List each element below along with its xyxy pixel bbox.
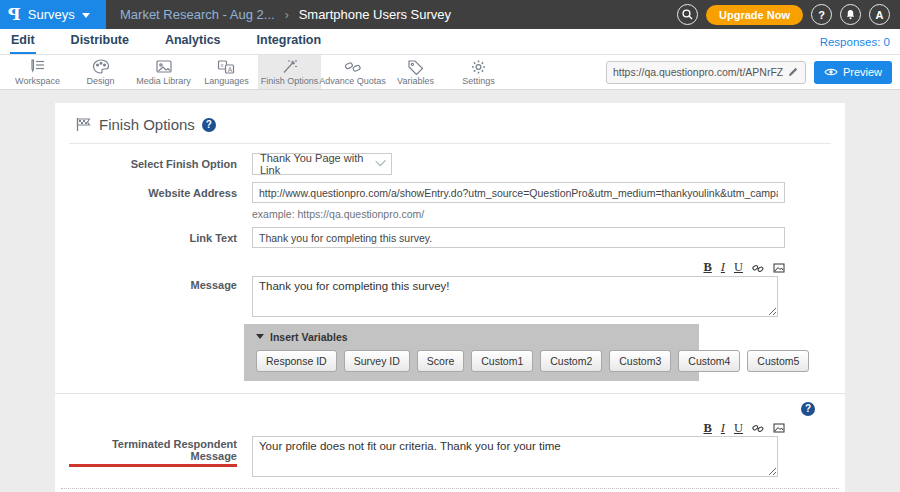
message-label: Message xyxy=(69,255,237,381)
help-button[interactable]: ? xyxy=(811,4,832,25)
survey-url-text: https://qa.questionpro.com/t/APNrFZgQ xyxy=(613,66,783,78)
workspace-icon xyxy=(28,59,47,75)
toolbar-item-workspace[interactable]: Workspace xyxy=(6,55,69,89)
avatar-initial: A xyxy=(876,9,884,21)
toolbar-item-advance-quotas[interactable]: Advance Quotas xyxy=(321,55,384,89)
top-bar: P Surveys Market Research - Aug 2... › S… xyxy=(0,0,900,29)
var-response-id-button[interactable]: Response ID xyxy=(256,350,337,372)
languages-icon: xA xyxy=(217,59,236,75)
card-header: Finish Options ? xyxy=(69,103,831,144)
upgrade-now-button[interactable]: Upgrade Now xyxy=(706,5,803,25)
surveys-menu[interactable]: P Surveys xyxy=(0,0,106,29)
form-row-link-text: Link Text xyxy=(69,227,831,248)
survey-nav: Edit Distribute Analytics Integration Re… xyxy=(0,29,900,55)
finish-options-form: Select Finish Option Thank You Page with… xyxy=(69,144,831,492)
questionpro-logo-icon: P xyxy=(8,6,21,23)
var-custom4-button[interactable]: Custom4 xyxy=(678,350,740,372)
caret-down-icon xyxy=(82,13,90,18)
breadcrumb-survey-name: Smartphone Users Survey xyxy=(299,7,451,22)
insert-variables-title: Insert Variables xyxy=(270,331,348,343)
search-icon xyxy=(682,9,693,20)
preview-button[interactable]: Preview xyxy=(814,61,892,84)
toolbar-item-settings[interactable]: Settings xyxy=(447,55,510,89)
finish-flag-icon xyxy=(75,117,92,132)
svg-text:A: A xyxy=(228,65,233,72)
finish-option-label: Select Finish Option xyxy=(69,153,237,175)
tab-distribute[interactable]: Distribute xyxy=(70,29,130,54)
terminated-message-label: Terminated Respondent Message xyxy=(69,416,237,481)
insert-variables-toggle[interactable]: Insert Variables xyxy=(256,331,687,343)
breadcrumb: Market Research - Aug 2... › Smartphone … xyxy=(106,0,677,29)
finish-options-icon xyxy=(281,59,299,75)
terminated-help-icon[interactable]: ? xyxy=(801,402,815,416)
terminated-help-row: ? xyxy=(69,394,831,416)
link-text-input[interactable] xyxy=(252,227,785,248)
website-address-hint: example: https://qa.questionpro.com/ xyxy=(252,208,831,220)
var-score-button[interactable]: Score xyxy=(417,350,464,372)
message-editor-toolbar: B I U xyxy=(252,261,785,274)
form-row-terminated-message: Terminated Respondent Message B I U Your… xyxy=(69,416,831,481)
var-custom2-button[interactable]: Custom2 xyxy=(540,350,602,372)
finish-option-select[interactable]: Thank You Page with Link xyxy=(252,153,392,175)
toolbar-item-variables[interactable]: Variables xyxy=(384,55,447,89)
svg-text:x: x xyxy=(221,62,224,68)
message-textarea[interactable]: Thank you for completing this survey! xyxy=(252,276,778,317)
website-address-label: Website Address xyxy=(69,182,237,220)
top-actions: Upgrade Now ? A xyxy=(677,0,900,29)
tab-integration[interactable]: Integration xyxy=(256,29,323,54)
collapse-triangle-icon xyxy=(256,334,264,339)
link-text-label: Link Text xyxy=(69,227,237,248)
form-row-website-address: Website Address example: https://qa.ques… xyxy=(69,182,831,220)
toolbar-item-finish-options[interactable]: Finish Options xyxy=(258,55,321,89)
page-content: Finish Options ? Select Finish Option Th… xyxy=(0,90,900,492)
underline-button[interactable]: U xyxy=(734,261,743,274)
responses-count[interactable]: Responses: 0 xyxy=(820,36,890,48)
terminated-message-textarea[interactable]: Your profile does not fit our criteria. … xyxy=(252,436,778,477)
notifications-button[interactable] xyxy=(840,4,861,25)
italic-button-2[interactable]: I xyxy=(721,422,725,435)
form-row-message: Message B I U Thank you for completing t… xyxy=(69,255,831,381)
insert-variables-buttons: Response ID Survey ID Score Custom1 Cust… xyxy=(256,350,687,372)
link-button-2[interactable] xyxy=(752,422,764,434)
bold-button-2[interactable]: B xyxy=(703,422,711,435)
advance-quotas-icon xyxy=(344,59,362,75)
italic-button[interactable]: I xyxy=(721,261,725,274)
finish-options-help-icon[interactable]: ? xyxy=(202,118,216,132)
insert-variables-panel: Insert Variables Response ID Survey ID S… xyxy=(244,324,699,381)
toolbar-item-languages[interactable]: xA Languages xyxy=(195,55,258,89)
toolbar-item-media-library[interactable]: Media Library xyxy=(132,55,195,89)
toolbar-item-design[interactable]: Design xyxy=(69,55,132,89)
surveys-menu-label: Surveys xyxy=(28,7,75,22)
bold-button[interactable]: B xyxy=(703,261,711,274)
breadcrumb-folder[interactable]: Market Research - Aug 2... xyxy=(120,7,275,22)
image-button-2[interactable] xyxy=(773,422,785,434)
finish-options-card: Finish Options ? Select Finish Option Th… xyxy=(55,103,845,492)
preview-label: Preview xyxy=(843,66,882,78)
var-custom1-button[interactable]: Custom1 xyxy=(471,350,533,372)
survey-url-field[interactable]: https://qa.questionpro.com/t/APNrFZgQ xyxy=(606,61,806,84)
tab-edit[interactable]: Edit xyxy=(10,29,36,54)
underline-button-2[interactable]: U xyxy=(734,422,743,435)
edit-toolbar: Workspace Design Media Library xA Langua… xyxy=(0,55,900,90)
media-library-icon xyxy=(155,59,173,75)
image-button[interactable] xyxy=(773,262,785,274)
variables-icon xyxy=(407,59,425,75)
search-button[interactable] xyxy=(677,4,698,25)
var-custom5-button[interactable]: Custom5 xyxy=(747,350,809,372)
bell-icon xyxy=(845,9,856,20)
page-title: Finish Options xyxy=(99,116,195,133)
question-icon: ? xyxy=(818,9,825,21)
website-address-input[interactable] xyxy=(252,182,785,203)
var-custom3-button[interactable]: Custom3 xyxy=(609,350,671,372)
link-button[interactable] xyxy=(752,262,764,274)
breadcrumb-separator: › xyxy=(285,8,289,22)
account-avatar[interactable]: A xyxy=(869,4,890,25)
edit-url-pencil-icon[interactable] xyxy=(787,66,799,78)
eye-icon xyxy=(824,67,838,77)
design-icon xyxy=(92,59,110,75)
terminated-editor-toolbar: B I U xyxy=(252,422,785,435)
tab-analytics[interactable]: Analytics xyxy=(164,29,222,54)
finish-option-selected-value: Thank You Page with Link xyxy=(260,152,377,176)
var-survey-id-button[interactable]: Survey ID xyxy=(344,350,410,372)
settings-icon xyxy=(470,59,487,75)
